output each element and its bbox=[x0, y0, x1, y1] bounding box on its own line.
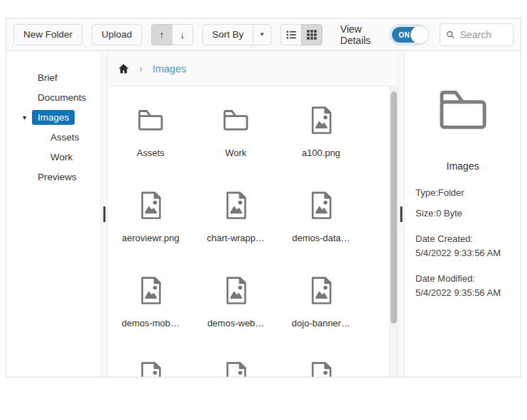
tree-node-label: Work bbox=[50, 152, 72, 162]
grid-view-icon bbox=[306, 29, 317, 40]
file-tile-label: Work bbox=[225, 148, 246, 158]
file-tile[interactable] bbox=[108, 342, 193, 377]
folder-icon bbox=[222, 108, 250, 132]
list-view-icon bbox=[286, 29, 297, 40]
file-tile-dojo-banner-[interactable]: dojo-banner… bbox=[278, 257, 364, 342]
tree-node-label: Previews bbox=[38, 172, 77, 182]
search-box bbox=[440, 23, 514, 46]
toggle-knob bbox=[411, 26, 429, 44]
vertical-scrollbar[interactable] bbox=[389, 87, 398, 377]
tree-node-work[interactable]: Work bbox=[6, 147, 101, 167]
left-splitter-handle-icon[interactable] bbox=[104, 206, 106, 222]
tree-node-brief[interactable]: Brief bbox=[6, 67, 101, 87]
breadcrumb-separator-icon: › bbox=[139, 63, 143, 74]
folder-tree: BriefDocuments▾ImagesAssetsWorkPreviews bbox=[6, 51, 101, 377]
file-grid: AssetsWorka100.pngaeroviewr.pngchart-wra… bbox=[108, 87, 389, 377]
left-splitter[interactable] bbox=[101, 51, 108, 377]
file-tile-icon-area bbox=[138, 359, 163, 377]
collapse-arrow-icon[interactable]: ▾ bbox=[23, 114, 26, 121]
right-splitter-handle-icon[interactable] bbox=[401, 206, 403, 222]
details-type: Type:Folder bbox=[415, 186, 510, 200]
right-splitter[interactable] bbox=[398, 51, 405, 377]
tree-node-images[interactable]: ▾Images bbox=[6, 107, 101, 127]
file-tile-icon-area bbox=[224, 189, 249, 221]
new-folder-button[interactable]: New Folder bbox=[13, 24, 82, 45]
main-panel: › Images AssetsWorka100.pngaeroviewr.png… bbox=[108, 51, 398, 377]
file-tile-a100-png[interactable]: a100.png bbox=[278, 87, 364, 172]
view-switcher-group bbox=[281, 24, 322, 45]
file-tile-aeroviewr-png[interactable]: aeroviewr.png bbox=[108, 172, 193, 257]
file-tile-label: demos-data… bbox=[292, 233, 350, 243]
tree-node-assets[interactable]: Assets bbox=[6, 127, 101, 147]
sort-ascending-button[interactable]: ↑ bbox=[151, 24, 173, 45]
breadcrumb: › Images bbox=[108, 51, 398, 87]
file-manager: New Folder Upload ↑ ↓ Sort By ▼ bbox=[6, 18, 521, 377]
image-file-icon bbox=[309, 190, 334, 221]
file-tile-label: a100.png bbox=[302, 148, 340, 158]
toggle-on-label: ON bbox=[398, 31, 410, 38]
sort-by-button[interactable]: Sort By bbox=[202, 24, 254, 45]
details-created-label: Date Created: bbox=[415, 232, 510, 246]
arrow-up-icon: ↑ bbox=[159, 29, 164, 40]
image-file-icon bbox=[309, 275, 334, 306]
panels-row: BriefDocuments▾ImagesAssetsWorkPreviews … bbox=[6, 51, 521, 377]
file-tile-label: demos-mob… bbox=[121, 318, 180, 328]
sort-by-dropdown-button[interactable]: ▼ bbox=[253, 24, 271, 45]
sort-direction-group: ↑ ↓ bbox=[151, 24, 193, 45]
folder-icon bbox=[136, 108, 165, 132]
toolbar: New Folder Upload ↑ ↓ Sort By ▼ bbox=[6, 18, 521, 51]
file-tile-icon-area bbox=[309, 104, 334, 136]
file-tile-label: dojo-banner… bbox=[292, 318, 350, 328]
file-tile-icon-area bbox=[224, 359, 249, 377]
file-tile-demos-mob-[interactable]: demos-mob… bbox=[108, 257, 193, 342]
file-tile-demos-data-[interactable]: demos-data… bbox=[278, 172, 364, 257]
details-file-name: Images bbox=[415, 160, 510, 172]
details-size: Size:0 Byte bbox=[415, 206, 510, 221]
file-tile-label: chart-wrapp… bbox=[207, 233, 265, 243]
file-tile-label: demos-web… bbox=[207, 318, 264, 328]
tree-node-label: Documents bbox=[38, 92, 86, 103]
file-tile-icon-area bbox=[224, 274, 249, 306]
search-icon bbox=[446, 29, 455, 40]
file-tile-icon-area bbox=[309, 359, 334, 377]
tree-node-previews[interactable]: Previews bbox=[6, 167, 101, 187]
scrollbar-thumb[interactable] bbox=[391, 92, 397, 324]
file-tile[interactable] bbox=[193, 342, 278, 377]
file-tile-demos-web-[interactable]: demos-web… bbox=[193, 257, 278, 342]
sort-descending-button[interactable]: ↓ bbox=[172, 24, 193, 45]
folder-large-icon bbox=[436, 87, 490, 132]
tree-node-label: Assets bbox=[50, 132, 80, 143]
details-panel: Images Type:Folder Size:0 Byte Date Crea… bbox=[405, 51, 521, 377]
file-tile-chart-wrapp-[interactable]: chart-wrapp… bbox=[193, 172, 278, 257]
file-tile-icon-area bbox=[309, 189, 334, 221]
details-modified: Date Modified: 5/4/2022 9:35:56 AM bbox=[415, 272, 510, 300]
file-tile-work[interactable]: Work bbox=[193, 87, 278, 172]
list-view-button[interactable] bbox=[281, 24, 302, 45]
file-tile[interactable] bbox=[278, 342, 364, 377]
details-created-value: 5/4/2022 9:33:56 AM bbox=[415, 246, 510, 260]
search-input[interactable] bbox=[460, 29, 507, 40]
image-file-icon bbox=[224, 360, 249, 377]
upload-button[interactable]: Upload bbox=[92, 24, 142, 45]
file-grid-viewport: AssetsWorka100.pngaeroviewr.pngchart-wra… bbox=[108, 87, 398, 377]
grid-view-button[interactable] bbox=[301, 24, 322, 45]
file-tile-icon-area bbox=[136, 104, 165, 136]
details-modified-label: Date Modified: bbox=[415, 272, 510, 286]
view-details-toggle[interactable]: ON bbox=[392, 27, 426, 43]
image-file-icon bbox=[309, 105, 334, 136]
breadcrumb-current-folder[interactable]: Images bbox=[153, 63, 187, 74]
tree-node-label: Images bbox=[32, 110, 75, 125]
image-file-icon bbox=[309, 360, 334, 377]
home-icon[interactable] bbox=[118, 63, 129, 74]
file-tile-assets[interactable]: Assets bbox=[108, 87, 193, 172]
tree-node-documents[interactable]: Documents bbox=[6, 87, 101, 107]
file-tile-icon-area bbox=[138, 189, 163, 221]
image-file-icon bbox=[138, 360, 163, 377]
arrow-down-icon: ↓ bbox=[180, 29, 185, 40]
file-tile-label: aeroviewr.png bbox=[122, 233, 180, 243]
details-created: Date Created: 5/4/2022 9:33:56 AM bbox=[415, 232, 510, 260]
view-details-label: View Details bbox=[340, 23, 379, 46]
image-file-icon bbox=[224, 190, 249, 221]
image-file-icon bbox=[138, 190, 163, 221]
file-tile-icon-area bbox=[309, 274, 334, 306]
